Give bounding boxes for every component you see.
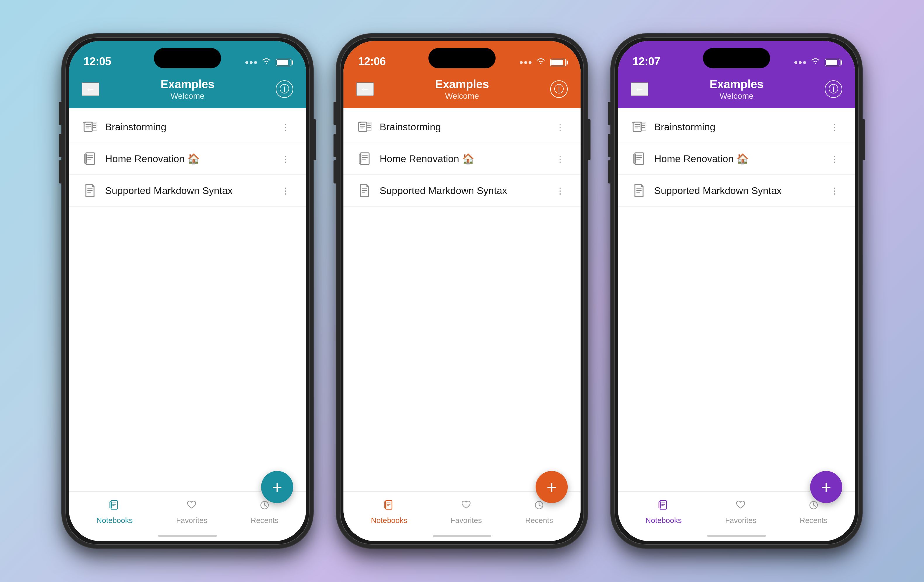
tab-icon-favorites — [186, 499, 197, 514]
note-more-button[interactable]: ⋮ — [278, 119, 293, 135]
add-note-button[interactable]: + — [261, 471, 293, 503]
content-area: Brainstorming ⋮ Home Renovation 🏠 — [69, 108, 306, 491]
note-item[interactable]: Brainstorming ⋮ — [618, 111, 855, 143]
note-list: Brainstorming ⋮ Home Renovation 🏠 — [618, 108, 855, 210]
info-button[interactable]: ⓘ — [550, 80, 568, 98]
tab-favorites[interactable]: Favorites — [725, 499, 756, 525]
note-title: Home Renovation 🏠 — [654, 153, 827, 164]
signal-dot-2 — [524, 61, 527, 64]
note-list: Brainstorming ⋮ Home Renovation 🏠 — [69, 108, 306, 210]
dynamic-island — [428, 48, 496, 68]
note-icon-brainstorm — [356, 119, 373, 135]
note-more-button[interactable]: ⋮ — [827, 183, 842, 199]
info-button[interactable]: ⓘ — [825, 80, 842, 98]
wifi-icon — [810, 57, 821, 68]
note-item[interactable]: Supported Markdown Syntax ⋮ — [69, 175, 306, 207]
battery-fill — [551, 60, 563, 65]
phone-teal: 12:05 — [62, 34, 313, 548]
tab-icon-favorites — [460, 499, 472, 514]
note-title: Brainstorming — [654, 121, 827, 133]
note-more-button[interactable]: ⋮ — [278, 151, 293, 167]
tab-recents[interactable]: Recents — [525, 499, 553, 525]
svg-rect-0 — [84, 122, 92, 131]
note-icon-notebook — [82, 150, 98, 167]
tab-label-recents: Recents — [525, 516, 553, 525]
signal-dot-1 — [520, 61, 523, 64]
header-title: Examples — [710, 78, 763, 91]
tab-notebooks[interactable]: Notebooks — [645, 499, 681, 525]
note-more-button[interactable]: ⋮ — [553, 183, 568, 199]
phone-frame: 12:05 — [62, 34, 313, 548]
battery-icon — [550, 59, 566, 66]
note-more-button[interactable]: ⋮ — [827, 151, 842, 167]
tab-label-notebooks: Notebooks — [96, 516, 133, 525]
note-icon-notebook — [631, 150, 647, 167]
signal-dots — [794, 61, 806, 64]
wifi-icon — [536, 57, 546, 68]
wifi-icon — [261, 57, 272, 68]
note-item[interactable]: Home Renovation 🏠 ⋮ — [343, 143, 581, 175]
battery-icon — [825, 59, 840, 66]
phone-screen: 12:07 — [618, 41, 855, 541]
note-title: Brainstorming — [105, 121, 278, 133]
tab-favorites[interactable]: Favorites — [450, 499, 482, 525]
header-title-group: Examples Welcome — [710, 78, 763, 101]
back-button[interactable]: ← — [356, 83, 374, 96]
tab-label-recents: Recents — [800, 516, 827, 525]
svg-line-62 — [813, 505, 816, 506]
note-icon-doc — [356, 182, 373, 199]
dynamic-island — [703, 48, 770, 68]
tab-icon-recents — [533, 499, 545, 514]
add-note-button[interactable]: + — [810, 471, 842, 503]
phone-orange: 12:06 — [337, 34, 587, 548]
phone-frame: 12:07 — [611, 34, 862, 548]
note-title: Supported Markdown Syntax — [380, 185, 553, 196]
signal-dot-1 — [794, 61, 797, 64]
note-item[interactable]: Home Renovation 🏠 ⋮ — [618, 143, 855, 175]
note-more-button[interactable]: ⋮ — [553, 119, 568, 135]
note-icon-doc — [82, 182, 98, 199]
phone-frame: 12:06 — [337, 34, 587, 548]
tab-favorites[interactable]: Favorites — [176, 499, 207, 525]
svg-line-20 — [265, 505, 267, 506]
add-note-button[interactable]: + — [536, 471, 568, 503]
tab-recents[interactable]: Recents — [800, 499, 827, 525]
note-item[interactable]: Home Renovation 🏠 ⋮ — [69, 143, 306, 175]
note-item[interactable]: Supported Markdown Syntax ⋮ — [343, 175, 581, 207]
note-item[interactable]: Brainstorming ⋮ — [69, 111, 306, 143]
header-title: Examples — [161, 78, 214, 91]
signal-dots — [520, 61, 531, 64]
tab-icon-notebooks — [383, 499, 395, 514]
signal-dot-2 — [799, 61, 802, 64]
svg-rect-21 — [359, 122, 367, 131]
note-more-button[interactable]: ⋮ — [827, 119, 842, 135]
header-title: Examples — [435, 78, 489, 91]
phone-screen: 12:06 — [343, 41, 581, 541]
app-header: ← Examples Welcome ⓘ — [343, 70, 581, 108]
info-button[interactable]: ⓘ — [276, 80, 293, 98]
battery-icon — [276, 59, 292, 66]
back-button[interactable]: ← — [82, 83, 99, 96]
note-icon-brainstorm — [82, 119, 98, 135]
tab-icon-notebooks — [109, 499, 120, 514]
battery-fill — [277, 60, 288, 65]
status-time: 12:07 — [632, 55, 660, 68]
back-button[interactable]: ← — [631, 83, 648, 96]
note-item[interactable]: Supported Markdown Syntax ⋮ — [618, 175, 855, 207]
svg-rect-5 — [86, 153, 95, 164]
note-more-button[interactable]: ⋮ — [553, 151, 568, 167]
tab-label-notebooks: Notebooks — [645, 516, 681, 525]
status-time: 12:05 — [84, 55, 111, 68]
tab-recents[interactable]: Recents — [251, 499, 278, 525]
svg-rect-42 — [633, 122, 641, 131]
note-title: Home Renovation 🏠 — [380, 153, 553, 164]
signal-dot-2 — [250, 61, 252, 64]
note-item[interactable]: Brainstorming ⋮ — [343, 111, 581, 143]
header-title-group: Examples Welcome — [435, 78, 489, 101]
note-more-button[interactable]: ⋮ — [278, 183, 293, 199]
tab-icon-favorites — [735, 499, 746, 514]
tab-notebooks[interactable]: Notebooks — [96, 499, 133, 525]
tab-icon-recents — [808, 499, 820, 514]
signal-dots — [245, 61, 257, 64]
tab-notebooks[interactable]: Notebooks — [371, 499, 407, 525]
